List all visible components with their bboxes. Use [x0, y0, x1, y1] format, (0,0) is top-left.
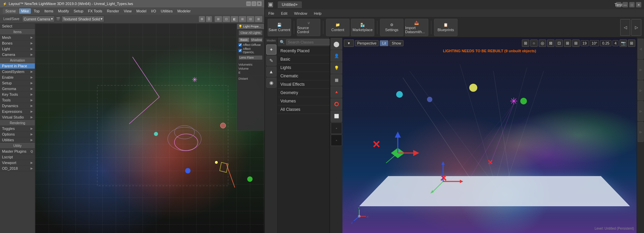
- ue-thumb-cone[interactable]: 🔺: [331, 86, 342, 98]
- lw-menu-setup[interactable]: Setup: [72, 8, 86, 14]
- lw-render-mode-dropdown[interactable]: Textured Shaded Solid ▾: [61, 16, 105, 22]
- ue-vp-dropdown-btn[interactable]: ▾: [344, 40, 354, 47]
- lw-viewport-nav-5[interactable]: ⊟: [247, 16, 254, 22]
- ue-thumb-box[interactable]: ⬜: [331, 110, 342, 122]
- ue-vp-tool-6[interactable]: ⊞: [564, 40, 571, 47]
- clear-all-lights-btn[interactable]: Clear All Lights: [238, 30, 263, 35]
- ue-right-btn-4[interactable]: ▷: [638, 101, 644, 121]
- ue-3d-viewport[interactable]: ✕ ✕ ✕ ✳: [342, 37, 637, 233]
- lens-flare-btn[interactable]: Lens Flare: [238, 55, 263, 60]
- ue-maximize-btn[interactable]: □: [629, 2, 635, 7]
- lw-menu-mike[interactable]: Mike: [19, 8, 31, 14]
- lw-item-dynamics[interactable]: Dynamics▶: [0, 103, 35, 109]
- lw-minimize-btn[interactable]: —: [246, 1, 251, 6]
- ue-vp-camera-icon[interactable]: 📷: [620, 40, 627, 47]
- ue-right-btn-1[interactable]: ◁: [638, 39, 644, 59]
- ue-cat-visual-effects[interactable]: Visual Effects: [278, 80, 329, 89]
- ue-save-btn[interactable]: 💾 Save Current: [268, 19, 291, 36]
- ue-right-btn-3[interactable]: ▷: [638, 80, 644, 100]
- ue-menu-edit[interactable]: Edit: [280, 11, 289, 16]
- lw-settings-icon[interactable]: ⚙: [199, 16, 205, 22]
- lw-viewport-nav-6[interactable]: ⊞: [255, 16, 262, 22]
- ue-cat-recently-placed[interactable]: Recently Placed: [278, 47, 329, 55]
- ue-vp-tool-4[interactable]: ⊠: [547, 40, 554, 47]
- ue-vp-tool-7[interactable]: ⊞: [572, 40, 580, 47]
- ue-cat-volumes[interactable]: Volumes: [278, 97, 329, 105]
- ue-vp-grid-icon[interactable]: ⊞: [628, 40, 635, 47]
- ue-right-btn-2[interactable]: ▷: [638, 60, 644, 80]
- ue-cat-all-classes[interactable]: All Classes: [278, 105, 329, 114]
- ue-minimize-btn[interactable]: —: [623, 2, 628, 7]
- lw-item-tools[interactable]: Tools▶: [0, 97, 35, 103]
- ue-thumb-circle[interactable]: ⭕: [331, 98, 342, 110]
- ue-vp-tool-1[interactable]: ⊞: [522, 40, 529, 47]
- lw-viewport-nav-1[interactable]: ⊞: [215, 16, 222, 22]
- lw-item-genoma[interactable]: Genoma▶: [0, 86, 35, 92]
- ue-marketplace-btn[interactable]: 🏪 Marketplace: [351, 19, 374, 36]
- lw-item-enable[interactable]: Enable▶: [0, 75, 35, 80]
- ue-lit-btn[interactable]: Lit: [380, 40, 388, 46]
- ue-right-btn-5[interactable]: ▷: [638, 122, 644, 142]
- ue-thumb-dark2[interactable]: ▪: [331, 135, 342, 146]
- ue-cat-lights[interactable]: Lights: [278, 64, 329, 72]
- ue-perspective-btn[interactable]: Perspective: [355, 40, 379, 46]
- ue-vp-tool-2[interactable]: ○: [530, 40, 538, 47]
- lw-item-master-plugins[interactable]: Master PluginsQ: [0, 149, 35, 154]
- lw-menu-fxtools[interactable]: FX Tools: [86, 8, 104, 14]
- ue-thumb-shape[interactable]: ▦: [331, 74, 342, 86]
- lw-menu-model[interactable]: Model: [135, 8, 149, 14]
- lw-item-bones[interactable]: Bones▶: [0, 41, 35, 46]
- lw-select-item[interactable]: Select: [0, 23, 35, 29]
- ue-import-btn[interactable]: 📥 Import Datasmith...: [405, 19, 428, 36]
- lw-item-parent-in-place[interactable]: Parent in Place: [0, 63, 35, 69]
- ue-toolbar-right-2[interactable]: ▷: [631, 19, 641, 36]
- lw-load-save[interactable]: Load/Save: [2, 16, 21, 21]
- affect-diffuse-check[interactable]: [238, 43, 242, 47]
- lw-item-mesh[interactable]: Mesh▶: [0, 35, 35, 41]
- ue-mode-place[interactable]: ✦: [266, 45, 276, 55]
- lw-menu-modeler[interactable]: Modeler: [175, 8, 193, 14]
- lw-menu-view[interactable]: View: [122, 8, 134, 14]
- ue-thumb-sphere[interactable]: ⬤: [331, 38, 342, 50]
- ue-menu-file[interactable]: File: [267, 11, 276, 16]
- lw-item-options[interactable]: Options▶: [0, 132, 35, 137]
- ue-menu-window[interactable]: Window: [293, 11, 309, 16]
- lw-maximize-btn[interactable]: □: [252, 1, 256, 6]
- lw-viewport-nav-3[interactable]: ◧: [231, 16, 238, 22]
- lw-item-utilities[interactable]: Utilities▶: [0, 137, 35, 143]
- lw-item-od2018[interactable]: OD_2018▶: [0, 166, 35, 171]
- ue-blueprints-btn[interactable]: 📋 Blueprints: [434, 19, 458, 36]
- ue-source-control-btn[interactable]: ⑂ Source Control: [297, 19, 320, 36]
- ue-thumb-light2[interactable]: 💡: [331, 62, 342, 74]
- lw-camera-dropdown[interactable]: Current Camera ▾: [22, 16, 55, 22]
- light-basic-tab[interactable]: Basic: [238, 37, 250, 42]
- lw-item-camera[interactable]: Camera▶: [0, 52, 35, 58]
- ue-cat-basic[interactable]: Basic: [278, 55, 329, 64]
- ue-menu-help[interactable]: Help: [313, 11, 323, 16]
- ue-content-btn[interactable]: 📁 Content: [326, 19, 350, 36]
- lw-viewport-nav-2[interactable]: ⊡: [223, 16, 230, 22]
- lw-menu-items[interactable]: Items: [42, 8, 55, 14]
- lw-item-lscript[interactable]: Lscript: [0, 154, 35, 160]
- ue-toolbar-right-1[interactable]: ◁: [620, 19, 630, 36]
- lw-viewport-nav-4[interactable]: ⊞: [239, 16, 246, 22]
- lw-menu-top[interactable]: Top: [32, 8, 42, 14]
- ue-vp-tool-3[interactable]: ◎: [539, 40, 546, 47]
- lw-close-btn[interactable]: ✕: [257, 1, 262, 6]
- light-shadow-tab[interactable]: Shadow: [250, 37, 263, 42]
- lw-menu-render[interactable]: Render: [105, 8, 121, 14]
- lw-item-key-tools[interactable]: Key Tools▶: [0, 92, 35, 97]
- ue-close-btn[interactable]: ✕: [636, 2, 641, 7]
- ue-tab[interactable]: Untitled+: [278, 1, 302, 8]
- lw-item-viewport[interactable]: Viewport▶: [0, 160, 35, 166]
- search-input[interactable]: [286, 39, 336, 45]
- lw-3d-viewport[interactable]: ✳: [35, 23, 264, 233]
- lw-tab-scene[interactable]: Scene: [3, 8, 18, 14]
- ue-mode-geometry[interactable]: ▲: [266, 67, 276, 77]
- lw-item-light[interactable]: Light▶: [0, 46, 35, 52]
- ue-cat-geometry[interactable]: Geometry: [278, 89, 329, 97]
- ue-mode-foliage[interactable]: ◉: [266, 78, 276, 88]
- ue-thumb-dark[interactable]: ▪: [331, 123, 342, 134]
- lw-item-expressions[interactable]: Expressions▶: [0, 109, 35, 114]
- ue-show-btn[interactable]: Show: [389, 40, 404, 46]
